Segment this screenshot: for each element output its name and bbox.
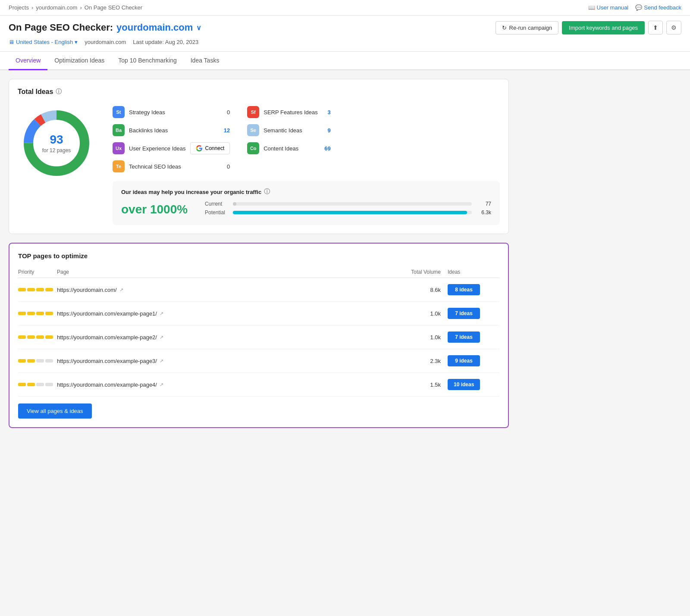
header-actions: ↻ Re-run campaign Import keywords and pa… [496, 21, 681, 34]
total-ideas-info-icon[interactable]: ⓘ [56, 88, 62, 96]
meta-row: 🖥 United States - English ▾ yourdomain.c… [9, 38, 681, 46]
table-row: https://yourdomain.com/example-page1/ ↗ … [18, 302, 499, 325]
page-title: On Page SEO Checker: yourdomain.com ∨ [9, 22, 201, 33]
priority-dots [18, 288, 57, 291]
tab-optimization-ideas[interactable]: Optimization Ideas [47, 52, 111, 70]
dot-empty [45, 383, 53, 386]
dot [45, 335, 53, 339]
dot-empty [36, 383, 44, 386]
col-priority: Priority [18, 269, 57, 275]
export-button[interactable]: ⬆ [648, 21, 663, 34]
serp-name: SERP Features Ideas [263, 109, 318, 116]
serp-count: 3 [322, 109, 331, 116]
table-row: https://yourdomain.com/example-page4/ ↗ … [18, 373, 499, 397]
external-link-icon[interactable]: ↗ [160, 358, 163, 364]
semantic-name: Semantic Ideas [263, 127, 318, 134]
send-feedback-link[interactable]: 💬 Send feedback [635, 4, 681, 11]
external-link-icon[interactable]: ↗ [160, 335, 163, 340]
breadcrumb-projects[interactable]: Projects [9, 4, 29, 11]
backlinks-name: Backlinks Ideas [129, 127, 217, 134]
page-link: https://yourdomain.com/example-page2/ ↗ [57, 334, 396, 341]
ideas-button[interactable]: 9 ideas [448, 355, 480, 366]
dot-empty [45, 359, 53, 363]
technical-name: Technical SEO Ideas [129, 163, 217, 170]
top-bar: Projects › yourdomain.com › On Page SEO … [0, 0, 690, 16]
import-button[interactable]: Import keywords and pages [562, 21, 645, 34]
volume-cell: 1.5k [396, 381, 448, 388]
ideas-button[interactable]: 7 ideas [448, 331, 480, 343]
traffic-info-icon[interactable]: ⓘ [264, 188, 270, 196]
tabs-section: Overview Optimization Ideas Top 10 Bench… [0, 52, 690, 70]
dot-empty [36, 359, 44, 363]
rerun-button[interactable]: ↻ Re-run campaign [496, 21, 559, 34]
strategy-count: 0 [221, 109, 230, 116]
ideas-cell: 9 ideas [448, 355, 499, 366]
domain-link[interactable]: yourdomain.com [116, 22, 193, 33]
header-section: On Page SEO Checker: yourdomain.com ∨ ↻ … [0, 16, 690, 52]
dot [36, 312, 44, 315]
content-name: Content Ideas [263, 145, 318, 152]
traffic-box: Our ideas may help you increase your org… [113, 181, 500, 225]
dot [27, 335, 35, 339]
main-content: Total Ideas ⓘ 93 for 12 pages [0, 70, 518, 445]
breadcrumb-tool: On Page SEO Checker [85, 4, 142, 11]
idea-row-serp: Sf SERP Features Ideas 3 [247, 104, 331, 120]
top-bar-actions: 📖 User manual 💬 Send feedback [588, 4, 681, 11]
traffic-bars: Current 77 Potential [205, 201, 491, 218]
idea-row-ux: Ux User Experience Ideas Connect [113, 141, 230, 156]
volume-cell: 1.0k [396, 334, 448, 341]
donut-chart: 93 for 12 pages [18, 104, 95, 182]
book-icon: 📖 [588, 4, 595, 11]
backlinks-count: 12 [221, 127, 230, 134]
external-link-icon[interactable]: ↗ [160, 311, 163, 316]
dot [27, 359, 35, 363]
current-bar-row: Current 77 [205, 201, 491, 207]
table-row: https://yourdomain.com/ ↗ 8.6k 8 ideas [18, 278, 499, 302]
tab-top10-benchmarking[interactable]: Top 10 Benchmarking [111, 52, 183, 70]
idea-row-strategy: St Strategy Ideas 0 [113, 104, 230, 120]
volume-cell: 8.6k [396, 287, 448, 293]
tab-idea-tasks[interactable]: Idea Tasks [184, 52, 226, 70]
view-all-button[interactable]: View all pages & ideas [18, 403, 92, 419]
google-icon [196, 145, 203, 152]
total-ideas-content: 93 for 12 pages St Strategy Ideas 0 [18, 104, 500, 225]
locale-button[interactable]: 🖥 United States - English ▾ [9, 38, 78, 46]
strategy-badge: St [113, 106, 125, 118]
table-header: Priority Page Total Volume Ideas [18, 266, 499, 278]
dot [36, 288, 44, 291]
ideas-button[interactable]: 7 ideas [448, 308, 480, 319]
semantic-count: 9 [322, 127, 331, 134]
ideas-col-left: St Strategy Ideas 0 Ba Backlinks Ideas 1… [113, 104, 230, 174]
top-pages-title: TOP pages to optimize [18, 252, 499, 260]
col-page: Page [57, 269, 396, 275]
idea-row-backlinks: Ba Backlinks Ideas 12 [113, 122, 230, 138]
ideas-button[interactable]: 8 ideas [448, 284, 480, 295]
traffic-main: over 1000% Current 77 Potential [121, 201, 491, 218]
google-connect-button[interactable]: Connect [190, 142, 230, 154]
external-link-icon[interactable]: ↗ [119, 287, 123, 293]
user-manual-link[interactable]: 📖 User manual [588, 4, 629, 11]
tab-overview[interactable]: Overview [9, 52, 47, 70]
current-bar-fill [233, 202, 236, 206]
settings-button[interactable]: ⚙ [666, 21, 681, 34]
external-link-icon[interactable]: ↗ [160, 382, 163, 388]
dot [45, 288, 53, 291]
current-label: Current [205, 201, 229, 207]
ideas-button[interactable]: 10 ideas [448, 379, 480, 390]
priority-dots [18, 335, 57, 339]
current-bar-track [233, 202, 472, 206]
dot [27, 383, 35, 386]
ideas-right-section: St Strategy Ideas 0 Ba Backlinks Ideas 1… [113, 104, 500, 225]
col-ideas: Ideas [448, 269, 499, 275]
potential-bar-row: Potential 6.3k [205, 210, 491, 216]
table-row: https://yourdomain.com/example-page3/ ↗ … [18, 349, 499, 373]
domain-chevron-icon[interactable]: ∨ [196, 24, 201, 32]
domain-meta: yourdomain.com [85, 39, 126, 45]
semantic-badge: Se [247, 124, 259, 136]
breadcrumb-domain[interactable]: yourdomain.com [36, 4, 77, 11]
page-link: https://yourdomain.com/example-page1/ ↗ [57, 310, 396, 317]
tabs: Overview Optimization Ideas Top 10 Bench… [9, 52, 681, 69]
dot [27, 288, 35, 291]
priority-dots [18, 383, 57, 386]
potential-label: Potential [205, 210, 229, 216]
